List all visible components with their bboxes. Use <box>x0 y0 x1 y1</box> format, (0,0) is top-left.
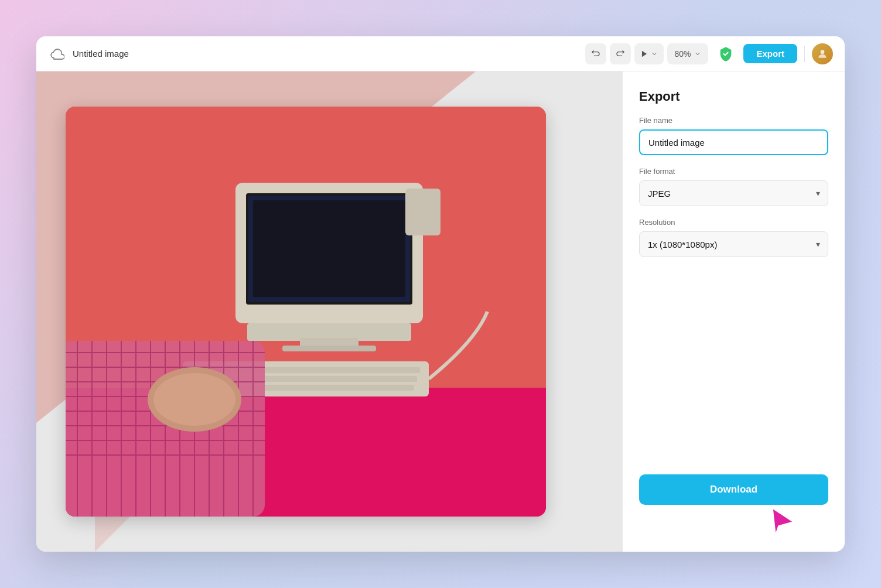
topbar-left: Untitled image <box>48 45 578 63</box>
resolution-select[interactable]: 1x (1080*1080px) 2x (2160*2160px) 0.5x (… <box>639 231 828 257</box>
cursor-decoration <box>767 505 799 540</box>
export-panel: Export File name File format JPEG PNG We… <box>622 71 845 552</box>
redo-button[interactable] <box>610 43 631 64</box>
zoom-control[interactable]: 80% <box>667 43 708 64</box>
topbar-right: Export <box>715 43 833 64</box>
svg-rect-11 <box>282 346 376 351</box>
download-wrapper: Download <box>639 474 828 534</box>
file-format-select-wrapper: JPEG PNG WebP SVG ▾ <box>639 180 828 206</box>
file-format-group: File format JPEG PNG WebP SVG ▾ <box>639 167 828 206</box>
topbar-divider <box>804 46 805 62</box>
undo-button[interactable] <box>585 43 606 64</box>
file-name-group: File name <box>639 116 828 155</box>
svg-marker-41 <box>773 508 793 535</box>
svg-point-40 <box>153 373 235 426</box>
zoom-value: 80% <box>674 49 691 59</box>
app-window: Untitled image <box>36 36 845 552</box>
main-content: Export File name File format JPEG PNG We… <box>36 71 845 552</box>
user-avatar[interactable] <box>812 43 833 64</box>
shield-button[interactable] <box>715 43 736 64</box>
canvas-image <box>66 107 546 517</box>
retro-computer-svg <box>66 107 546 517</box>
svg-rect-12 <box>405 189 440 235</box>
play-button[interactable] <box>634 43 664 64</box>
cloud-icon <box>48 45 67 63</box>
resolution-label: Resolution <box>639 218 828 227</box>
file-format-select[interactable]: JPEG PNG WebP SVG <box>639 180 828 206</box>
resolution-select-wrapper: 1x (1080*1080px) 2x (2160*2160px) 0.5x (… <box>639 231 828 257</box>
svg-rect-8 <box>253 200 405 297</box>
export-button[interactable]: Export <box>743 44 797 63</box>
file-name-input[interactable] <box>639 129 828 155</box>
panel-spacer <box>639 269 828 463</box>
topbar-toolbar: 80% <box>585 43 708 64</box>
panel-title: Export <box>639 89 828 104</box>
topbar: Untitled image <box>36 36 845 71</box>
file-format-label: File format <box>639 167 828 176</box>
svg-point-0 <box>821 50 825 54</box>
resolution-group: Resolution 1x (1080*1080px) 2x (2160*216… <box>639 218 828 257</box>
canvas-area[interactable] <box>36 71 622 552</box>
download-button[interactable]: Download <box>639 474 828 505</box>
document-title: Untitled image <box>73 49 129 59</box>
file-name-label: File name <box>639 116 828 125</box>
